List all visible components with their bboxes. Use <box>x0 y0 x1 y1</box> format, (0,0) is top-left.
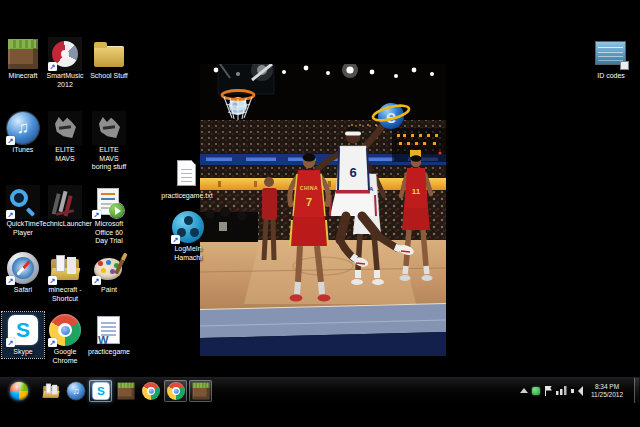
desktop-icon-label: LogMeIn Hamachi <box>162 245 214 262</box>
technic-icon <box>48 185 82 219</box>
desktop-icon-label: ELITE MAVS <box>45 146 85 163</box>
taskbar-google-chrome-window[interactable] <box>164 380 187 402</box>
skype-icon <box>6 313 40 347</box>
desktop-icon-label: ELITE MAVS boring stuff <box>89 146 129 172</box>
desktop-icon-label: TechnicLauncher <box>39 220 91 229</box>
taskbar-windows-explorer[interactable] <box>39 380 62 402</box>
wolf-icon <box>48 111 82 145</box>
show-desktop-button[interactable] <box>634 378 639 403</box>
itunes-icon <box>6 111 40 145</box>
office-icon <box>92 185 126 219</box>
desktop-icon-technic-launcher[interactable]: TechnicLauncher <box>44 184 86 230</box>
shortcut-arrow-overlay <box>92 276 101 285</box>
desktop-icon-layer: MinecraftSmartMusic 2012School StuffiTun… <box>0 0 640 427</box>
smartmusic-icon <box>48 37 82 71</box>
hamachi-icon <box>171 210 205 244</box>
desktop-icon-practicegame-txt[interactable]: practicegame.txt <box>164 156 210 202</box>
shortcut-arrow-overlay <box>6 276 15 285</box>
desktop-icon-office-trial[interactable]: Microsoft Office 60 Day Trial <box>88 184 130 247</box>
desktop-icon-label: ID codes <box>597 72 625 81</box>
taskbar-itunes[interactable] <box>64 380 87 402</box>
paint-icon <box>92 251 126 285</box>
taskbar-minecraft-window[interactable] <box>189 380 212 402</box>
desktop-icon-smartmusic-2012[interactable]: SmartMusic 2012 <box>44 36 86 90</box>
quicktime-icon <box>6 185 40 219</box>
desktop-icon-label: minecraft - Shortcut <box>45 286 85 303</box>
folder-open-icon <box>48 251 82 285</box>
minecraft-icon <box>116 381 135 400</box>
desktop-icon-paint[interactable]: Paint <box>88 250 130 296</box>
taskbar-google-chrome[interactable] <box>139 380 162 402</box>
desktop: MinecraftSmartMusic 2012School StuffiTun… <box>0 0 640 427</box>
desktop-icon-label: SmartMusic 2012 <box>45 72 85 89</box>
system-tray: 8:34 PM 11/25/2012 <box>520 378 639 403</box>
desktop-icon-elite-mavs-boring-stuff[interactable]: ELITE MAVS boring stuff <box>88 110 130 173</box>
taskbar-clock[interactable]: 8:34 PM 11/25/2012 <box>586 383 628 399</box>
shortcut-arrow-overlay <box>48 62 57 71</box>
desktop-icon-school-stuff[interactable]: School Stuff <box>88 36 130 82</box>
shortcut-arrow-overlay <box>6 210 15 219</box>
shortcut-arrow-overlay <box>48 276 57 285</box>
desktop-icon-elite-mavs[interactable]: ELITE MAVS <box>44 110 86 164</box>
shortcut-arrow-overlay <box>6 136 15 145</box>
minecraft-icon <box>191 381 210 400</box>
network-icon[interactable] <box>556 386 567 395</box>
desktop-icon-minecraft[interactable]: Minecraft <box>2 36 44 82</box>
taskbar: 8:34 PM 11/25/2012 <box>0 377 640 403</box>
desktop-icon-itunes[interactable]: iTunes <box>2 110 44 156</box>
shortcut-arrow-overlay <box>92 210 101 219</box>
desktop-icon-minecraft-shortcut[interactable]: minecraft - Shortcut <box>44 250 86 304</box>
worddoc-icon <box>92 313 126 347</box>
safari-icon <box>6 251 40 285</box>
clock-date: 11/25/2012 <box>586 391 628 399</box>
skype-icon <box>91 381 110 400</box>
textdoc-icon <box>170 157 204 191</box>
folder-icon <box>92 37 126 71</box>
desktop-icon-label: Skype <box>13 348 32 357</box>
desktop-icon-practicegame[interactable]: practicegame <box>88 312 130 358</box>
desktop-icon-skype[interactable]: Skype <box>2 312 44 358</box>
chrome-icon <box>166 381 185 400</box>
desktop-icon-label: practicegame.txt <box>161 192 212 201</box>
minecraft-icon <box>6 37 40 71</box>
itunes-icon <box>66 381 85 400</box>
desktop-icon-id-codes[interactable]: ID codes <box>588 36 634 82</box>
taskbar-items <box>6 378 212 403</box>
desktop-icon-label: Paint <box>101 286 117 295</box>
chrome-icon <box>48 313 82 347</box>
orb-icon <box>7 379 30 402</box>
action-center-flag-icon[interactable] <box>544 386 552 396</box>
taskbar-minecraft[interactable] <box>114 380 137 402</box>
desktop-icon-label: Google Chrome <box>45 348 85 365</box>
shortcut-arrow-overlay <box>48 338 57 347</box>
taskbar-start-button[interactable] <box>6 380 32 402</box>
desktop-icon-quicktime-player[interactable]: QuickTime Player <box>2 184 44 238</box>
screenshot-icon <box>594 37 628 71</box>
desktop-icon-safari[interactable]: Safari <box>2 250 44 296</box>
desktop-icon-label: Safari <box>14 286 32 295</box>
desktop-icon-logmein-hamachi[interactable]: LogMeIn Hamachi <box>158 209 218 263</box>
volume-icon[interactable] <box>571 386 582 396</box>
desktop-icon-label: School Stuff <box>90 72 128 81</box>
taskbar-skype[interactable] <box>89 380 112 402</box>
chrome-icon <box>141 381 160 400</box>
desktop-icon-label: Minecraft <box>9 72 38 81</box>
hamachi-tray-icon[interactable] <box>532 387 540 395</box>
desktop-icon-label: practicegame <box>88 348 130 357</box>
wolf-icon <box>92 111 126 145</box>
desktop-icon-label: QuickTime Player <box>3 220 43 237</box>
desktop-icon-google-chrome[interactable]: Google Chrome <box>44 312 86 366</box>
shortcut-arrow-overlay <box>6 338 15 347</box>
folder-open-icon <box>41 381 60 400</box>
desktop-icon-label: Microsoft Office 60 Day Trial <box>89 220 129 246</box>
desktop-icon-label: iTunes <box>13 146 34 155</box>
show-hidden-icons-button[interactable] <box>520 388 528 393</box>
clock-time: 8:34 PM <box>586 383 628 391</box>
shortcut-arrow-overlay <box>171 235 180 244</box>
